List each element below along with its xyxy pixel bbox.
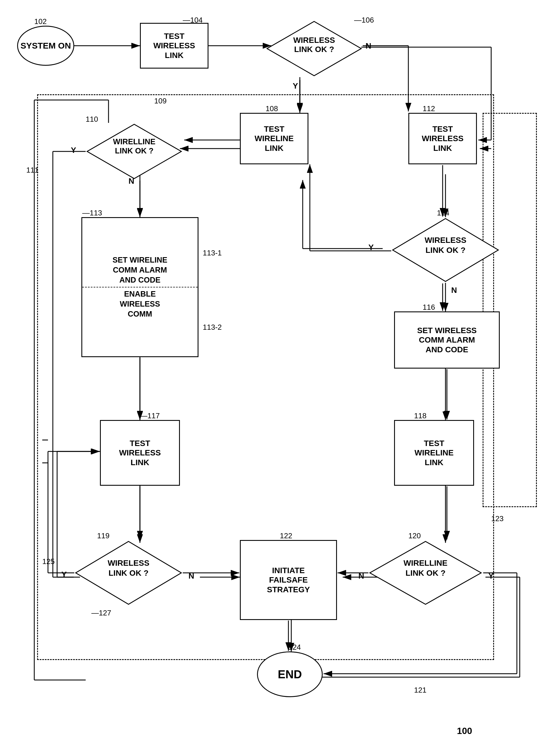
ref-125: 125 [42,557,55,566]
label-114-n: N [451,286,457,295]
ref-122: 122 [280,531,292,540]
ref-118: 118 [414,412,426,420]
node-108-label: TESTWIRELINELINK [255,124,294,153]
node-110: WIRELLINE LINK OK ? [86,123,183,180]
ref-119: 119 [97,531,109,540]
label-120-n: N [358,571,364,581]
ref-104: —104 [183,16,203,25]
node-106-shape: WIRELESS LINK OK ? [266,20,363,77]
node-116-label: SET WIRELESSCOMM ALARMAND CODE [417,326,477,355]
node-117: TESTWIRELESSLINK [100,420,180,486]
ref-111: 111 [26,166,39,174]
node-113-top-label: SET WIRELINECOMM ALARMAND CODE [112,255,167,285]
label-119-y: Y [61,570,67,579]
label-119-n: N [188,571,194,581]
svg-text:WIRELLINE: WIRELLINE [404,559,448,567]
node-106: WIRELESS LINK OK ? [266,20,363,77]
node-119: WIRELESS LINK OK ? [74,540,183,606]
ref-116: 116 [423,303,435,312]
svg-text:WIRELLINE: WIRELLINE [113,137,155,146]
node-110-shape: WIRELLINE LINK OK ? [86,123,183,180]
node-118: TESTWIRELINELINK [394,420,474,486]
label-106-n: N [366,41,371,51]
svg-text:LINK OK ?: LINK OK ? [294,45,334,54]
node-104-label: TESTWIRELESSLINK [153,31,195,60]
label-120-y: Y [488,571,494,581]
ref-113: —113 [82,208,102,218]
svg-text:WIRELESS: WIRELESS [425,236,466,244]
svg-text:WIRELESS: WIRELESS [293,36,335,44]
node-116: SET WIRELESSCOMM ALARMAND CODE [394,311,500,369]
flowchart-diagram: SYSTEM ON 102 TESTWIRELESSLINK —104 WIRE… [0,0,556,756]
node-122: INITIATEFAILSAFESTRATEGY [240,540,337,620]
ref-124: 124 [288,643,301,652]
node-113: SET WIRELINECOMM ALARMAND CODE ENABLEWIR… [81,217,199,357]
end-node: END [257,651,323,697]
ref-123: 123 [491,514,503,523]
node-119-shape: WIRELESS LINK OK ? [74,540,183,606]
label-114-y: Y [369,243,374,252]
ref-117: —117 [140,412,160,420]
node-108: TESTWIRELINELINK [240,113,308,164]
svg-text:LINK OK ?: LINK OK ? [115,146,153,155]
label-106-y: Y [293,81,298,91]
svg-text:LINK OK ?: LINK OK ? [425,246,465,255]
node-113-bot-label: ENABLEWIRELESSCOMM [120,289,160,319]
node-120: WIRELLINE LINK OK ? [369,540,483,606]
node-118-label: TESTWIRELINELINK [415,438,454,467]
svg-text:LINK OK ?: LINK OK ? [108,568,148,578]
label-110-n: N [129,176,134,186]
node-114-shape: WIRELESS LINK OK ? [391,217,500,283]
end-label: END [278,667,302,681]
split-divider [82,287,198,288]
ref-127: —127 [92,609,111,618]
system-on-label: SYSTEM ON [21,40,71,51]
ref-113-2: 113-2 [203,323,222,332]
label-110-y: Y [71,146,76,155]
ref-113-1: 113-1 [203,249,222,257]
node-112-label: TESTWIRELESSLINK [422,124,463,153]
ref-114: 114 [437,208,449,218]
dashed-box-123 [483,113,537,507]
svg-text:WIRELESS: WIRELESS [108,559,149,567]
ref-109: 109 [154,97,167,105]
ref-110: 110 [86,115,98,124]
node-114: WIRELESS LINK OK ? [391,217,500,283]
ref-121: 121 [414,686,426,695]
node-122-label: INITIATEFAILSAFESTRATEGY [267,566,310,595]
ref-112: 112 [423,104,435,113]
system-on-node: SYSTEM ON [17,26,74,66]
ref-102: 102 [34,17,46,26]
ref-100: 100 [457,726,472,736]
ref-108: 108 [266,104,278,113]
node-104: TESTWIRELESSLINK [140,23,208,69]
ref-106: —106 [354,16,374,25]
ref-120: 120 [408,531,421,540]
node-120-shape: WIRELLINE LINK OK ? [369,540,483,606]
node-112: TESTWIRELESSLINK [408,113,477,164]
node-117-label: TESTWIRELESSLINK [119,438,161,467]
svg-text:LINK OK ?: LINK OK ? [406,568,446,578]
